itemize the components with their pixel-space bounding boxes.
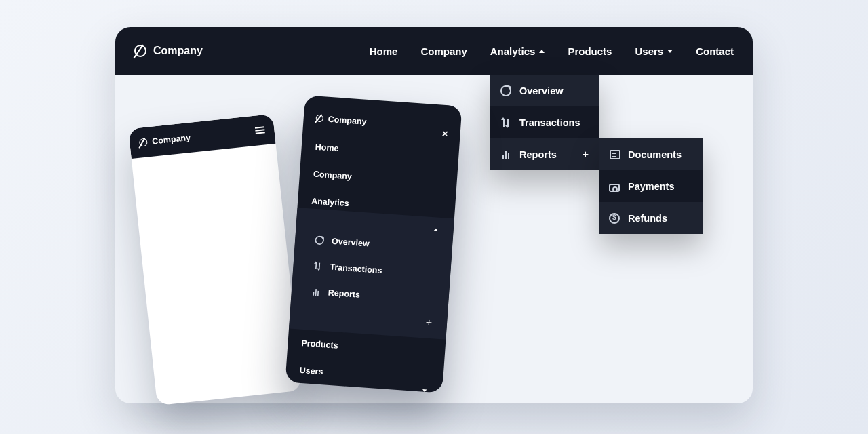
brand-logo-icon <box>139 138 148 147</box>
nav-users[interactable]: Users <box>635 45 673 57</box>
top-navbar: Company Home Company Analytics Products … <box>115 27 753 75</box>
chevron-down-icon <box>667 50 673 53</box>
chevron-down-icon <box>422 389 427 392</box>
pie-chart-icon <box>500 85 511 96</box>
refund-dollar-icon <box>609 213 620 224</box>
chevron-up-icon <box>539 50 545 53</box>
reports-refunds[interactable]: Refunds <box>599 202 703 234</box>
transfer-arrows-icon <box>500 117 511 128</box>
document-icon <box>610 150 620 159</box>
mobile-open-brand: Company <box>328 114 367 126</box>
pie-chart-icon <box>315 235 324 245</box>
expand-plus-icon: + <box>425 317 433 330</box>
bar-chart-icon <box>311 287 321 296</box>
nav-analytics[interactable]: Analytics <box>490 45 545 57</box>
reports-payments[interactable]: Payments <box>599 170 703 202</box>
brand-logo-icon <box>134 45 146 57</box>
brand-logo-icon <box>315 115 323 123</box>
payments-icon <box>609 184 620 192</box>
mobile-nav-open: Company × Home Company Analytics Overvie… <box>285 95 462 393</box>
transfer-arrows-icon <box>313 261 323 271</box>
bar-chart-icon <box>500 149 511 160</box>
reports-documents[interactable]: Documents <box>599 138 703 170</box>
analytics-dropdown: Overview Transactions Reports + <box>490 75 599 170</box>
brand-label: Company <box>153 45 203 57</box>
analytics-transactions[interactable]: Transactions <box>490 106 599 138</box>
mobile-closed-brand: Company <box>152 133 191 146</box>
close-icon[interactable]: × <box>441 116 449 139</box>
hamburger-menu-icon[interactable] <box>255 126 265 134</box>
analytics-reports[interactable]: Reports + <box>490 138 599 170</box>
analytics-overview[interactable]: Overview <box>490 75 599 106</box>
mobile-analytics-subgroup: Overview Transactions Reports + <box>289 208 454 340</box>
nav-contact[interactable]: Contact <box>696 45 734 57</box>
mobile-closed-topbar: Company <box>128 114 275 159</box>
chevron-up-icon <box>433 229 438 231</box>
brand[interactable]: Company <box>134 45 203 57</box>
nav-company[interactable]: Company <box>420 45 467 57</box>
design-canvas: Company Home Company Analytics Products … <box>115 27 753 403</box>
reports-dropdown: Documents Payments Refunds <box>599 138 703 234</box>
nav-products[interactable]: Products <box>568 45 612 57</box>
expand-plus-icon: + <box>583 149 589 161</box>
mobile-nav-closed: Company <box>128 114 302 406</box>
primary-nav: Home Company Analytics Products Users Co… <box>370 45 734 57</box>
nav-home[interactable]: Home <box>370 45 398 57</box>
